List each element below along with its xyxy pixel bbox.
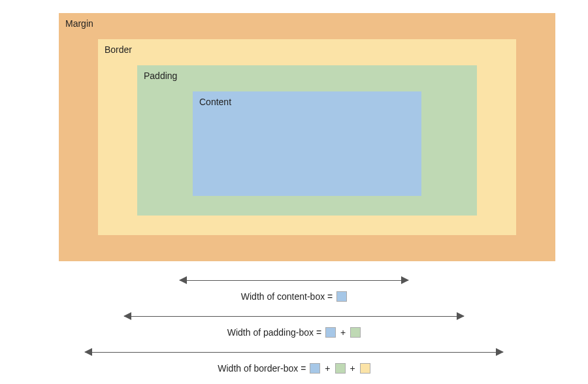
- margin-label: Margin: [65, 18, 93, 29]
- arrow-right-icon: [457, 312, 465, 320]
- swatch-padding-icon: [335, 363, 346, 374]
- swatch-content-icon: [336, 291, 347, 302]
- arrow-line: [124, 316, 464, 317]
- content-box: Content: [193, 91, 421, 196]
- legend-text: Width of content-box =: [241, 291, 333, 302]
- arrow-right-icon: [401, 276, 409, 284]
- border-label: Border: [105, 44, 132, 55]
- width-arrow-border: [85, 346, 503, 359]
- padding-label: Padding: [144, 71, 177, 81]
- legend-caption-content: Width of content-box =: [241, 291, 347, 302]
- legend-padding-box: Width of padding-box = +: [0, 310, 588, 338]
- legend-border-box: Width of border-box = + +: [0, 346, 588, 374]
- legend-text: Width of border-box =: [218, 363, 306, 374]
- plus-sign: +: [340, 327, 346, 338]
- legend-content-box: Width of content-box =: [0, 274, 588, 302]
- legend-caption-border: Width of border-box = + +: [218, 363, 370, 374]
- width-arrow-content: [180, 274, 408, 287]
- swatch-border-icon: [360, 363, 370, 374]
- swatch-content-icon: [310, 363, 320, 374]
- css-box-model-diagram: Margin Border Padding Content Width of c…: [0, 0, 588, 384]
- arrow-line: [85, 352, 503, 353]
- plus-sign: +: [325, 363, 330, 374]
- swatch-content-icon: [325, 327, 336, 338]
- content-label: Content: [199, 97, 231, 107]
- arrow-right-icon: [496, 348, 504, 356]
- legend-text: Width of padding-box =: [227, 327, 321, 338]
- legend-caption-padding: Width of padding-box = +: [227, 327, 361, 338]
- swatch-padding-icon: [350, 327, 361, 338]
- plus-sign: +: [350, 363, 355, 374]
- arrow-line: [180, 280, 408, 281]
- width-arrow-padding: [124, 310, 464, 323]
